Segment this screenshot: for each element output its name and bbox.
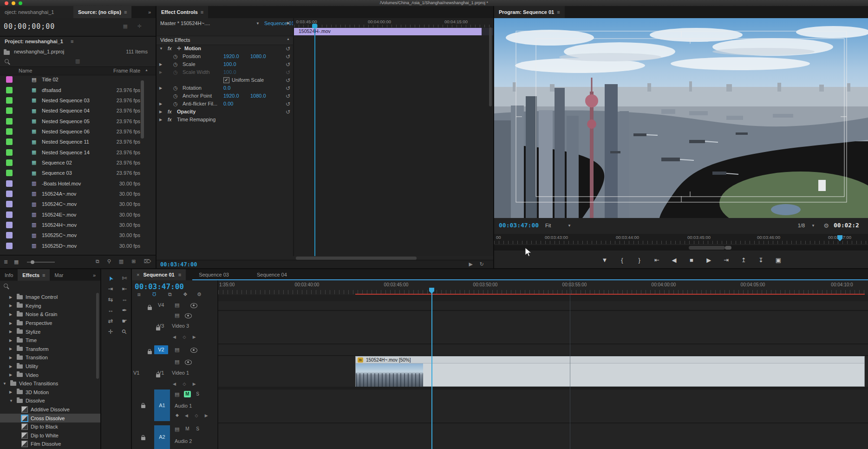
label-color-swatch[interactable]	[6, 222, 13, 228]
step-back-button[interactable]: ◀	[668, 257, 680, 264]
project-item-row[interactable]: ▤ ▦ ▥ 150524A~.mov 30.00 fps	[0, 189, 156, 199]
more-tabs-chevron[interactable]: »	[144, 6, 156, 18]
stopwatch-icon[interactable]: ◷	[173, 85, 178, 91]
stopwatch-icon[interactable]: ◷	[173, 53, 178, 59]
more-tabs-chevron[interactable]: »	[88, 269, 100, 281]
tree-item-label[interactable]: Keying	[26, 303, 41, 309]
uniform-scale-checkbox[interactable]: ✓	[223, 77, 229, 83]
ec-divider[interactable]	[293, 18, 294, 256]
chevron-down-icon[interactable]: ▼	[568, 224, 571, 228]
tree-caret-icon[interactable]: ▶	[9, 304, 14, 308]
reset-icon[interactable]: ↺	[286, 77, 290, 84]
lock-icon[interactable]	[148, 307, 152, 310]
rotation-value[interactable]: 0.0	[223, 85, 230, 91]
timeline-settings-wrench-icon[interactable]: ⚙	[197, 291, 202, 297]
timeline-playhead-line[interactable]	[431, 293, 432, 449]
rolling-edit-tool[interactable]: ⇆	[104, 294, 117, 305]
slide-tool[interactable]: ⇄	[104, 316, 117, 327]
lock-icon[interactable]	[141, 437, 145, 440]
export-frame-button[interactable]: ▣	[772, 257, 784, 264]
keyframe-nav-icons[interactable]: ◀ ◇ ▶	[173, 335, 199, 339]
stopwatch-icon[interactable]: ◷	[173, 101, 178, 107]
track-a2-name[interactable]: Audio 2	[175, 438, 192, 444]
fit-dropdown[interactable]: Fit	[545, 223, 551, 228]
project-item-row[interactable]: ▤ ▦ ▥ Title 02	[0, 74, 156, 85]
tree-caret-icon[interactable]: ▶	[9, 295, 14, 299]
track-header-v3[interactable]: ▤ V3 Video 3 ◀ ◇ ▶	[132, 312, 218, 343]
source-patch-icon[interactable]: ▤	[175, 391, 179, 397]
label-color-swatch[interactable]	[6, 211, 13, 218]
label-color-swatch[interactable]	[6, 76, 13, 83]
item-name[interactable]: Nested Sequence 03	[42, 98, 90, 103]
add-marker-button[interactable]: ▼	[599, 257, 611, 264]
effects-tree-row[interactable]: Additive Dissolve	[0, 405, 100, 414]
zoom-tool[interactable]: ⚲	[118, 326, 131, 337]
mute-button[interactable]: M	[184, 391, 191, 397]
playback-resolution-dropdown[interactable]: 1/8	[798, 223, 805, 228]
track-v3-label[interactable]: V3	[158, 323, 164, 329]
timeline-ruler[interactable]: 1:35:0000:03:40:0000:03:45:0000:03:50:00…	[218, 280, 868, 294]
lift-button[interactable]: ↥	[737, 257, 750, 264]
opacity-label[interactable]: Opacity	[177, 109, 196, 114]
motion-effect-row[interactable]: ▼ fx ✛ Motion ↺	[157, 45, 294, 53]
linked-selection-icon[interactable]: ⧉	[168, 291, 172, 297]
project-item-row[interactable]: ▤ ▦ ▥ Nested Sequence 03 23.976 fps	[0, 95, 156, 106]
settings-wrench-icon[interactable]: ⚙	[823, 222, 829, 229]
mark-out-button[interactable]: }	[633, 257, 646, 264]
tree-item-label[interactable]: Dip to Black	[31, 424, 58, 429]
track-v1-name[interactable]: Video 1	[172, 370, 189, 376]
tab-program[interactable]: Program: Sequence 01 ≡	[494, 6, 565, 18]
tree-item-label[interactable]: Transform	[26, 346, 49, 352]
label-color-swatch[interactable]	[6, 159, 13, 166]
rotation-param-row[interactable]: ▶ ◷ Rotation 0.0 ↺	[157, 85, 294, 92]
tab-effects[interactable]: Effects ≡	[18, 269, 50, 281]
track-v4-label[interactable]: V4	[158, 302, 164, 308]
effects-tree-row[interactable]: ▶ Image Control	[0, 293, 100, 302]
stopwatch-icon[interactable]: ◷	[173, 61, 178, 67]
collapse-section-icon[interactable]: ▲	[287, 37, 290, 40]
tree-item-label[interactable]: 3D Motion	[26, 390, 49, 395]
go-to-out-button[interactable]: ⇥	[720, 257, 732, 264]
go-to-in-button[interactable]: ⇤	[651, 257, 663, 264]
panel-menu-icon[interactable]: ≡	[124, 9, 127, 15]
project-item-row[interactable]: ▤ ▦ ▥ 150524C~.mov 30.00 fps	[0, 199, 156, 209]
anchor-x-value[interactable]: 1920.0	[223, 93, 239, 99]
project-list-scrollbar[interactable]	[141, 80, 144, 139]
label-color-swatch[interactable]	[6, 118, 13, 125]
header-content-divider[interactable]	[217, 280, 218, 449]
tab-project[interactable]: oject: newshanghai_1	[0, 6, 73, 18]
tree-item-label[interactable]: Video	[26, 372, 39, 378]
project-item-row[interactable]: ▤ ▦ ▥ 150524E~.mov 30.00 fps	[0, 209, 156, 219]
ec-playhead-line[interactable]	[314, 25, 315, 256]
solo-button[interactable]: S	[194, 426, 201, 432]
caret-right-icon[interactable]: ▶	[159, 86, 162, 90]
project-item-row[interactable]: ▤ ▦ ▥ Sequence 02 23.976 fps	[0, 158, 156, 168]
label-color-swatch[interactable]	[6, 232, 13, 238]
mute-button[interactable]: M	[184, 426, 191, 432]
master-clip-label[interactable]: Master * 150524H~....	[160, 20, 210, 26]
ec-vertical-scrollbar[interactable]	[489, 27, 492, 106]
caret-right-icon[interactable]: ▶	[159, 102, 162, 106]
filter-bin-icon[interactable]: ▥	[75, 58, 80, 64]
tree-caret-icon[interactable]: ▼	[3, 382, 7, 386]
lock-icon[interactable]	[148, 351, 152, 354]
item-name[interactable]: Sequence 02	[42, 160, 72, 165]
tree-caret-icon[interactable]: ▶	[9, 364, 14, 369]
item-name[interactable]: Nested Sequence 05	[42, 119, 90, 124]
delete-button[interactable]: ⌦	[144, 258, 151, 264]
tree-item-label[interactable]: Transition	[26, 355, 48, 360]
source-patch-icon[interactable]: ▤	[175, 359, 179, 365]
show-keyframes-toggle-icon[interactable]: ▶	[287, 21, 290, 25]
stopwatch-icon[interactable]: ◷	[173, 93, 178, 99]
play-stop-button[interactable]: ■	[685, 257, 698, 264]
razor-tool[interactable]: ✄	[118, 273, 131, 284]
project-item-row[interactable]: ▤ ▦ ▥ 150525C~.mov 30.00 fps	[0, 230, 156, 240]
anchor-y-value[interactable]: 1080.0	[250, 93, 266, 99]
effects-scrollbar[interactable]	[96, 293, 99, 379]
trim-tool[interactable]: ✛	[104, 326, 117, 337]
effects-tree-row[interactable]: ▶ Keying	[0, 302, 100, 310]
tree-caret-icon[interactable]: ▶	[9, 356, 14, 360]
tab-info[interactable]: Info	[0, 269, 18, 281]
tree-item-label[interactable]: Additive Dissolve	[31, 407, 70, 412]
source-track-indicator-v1[interactable]: V1	[133, 370, 139, 376]
